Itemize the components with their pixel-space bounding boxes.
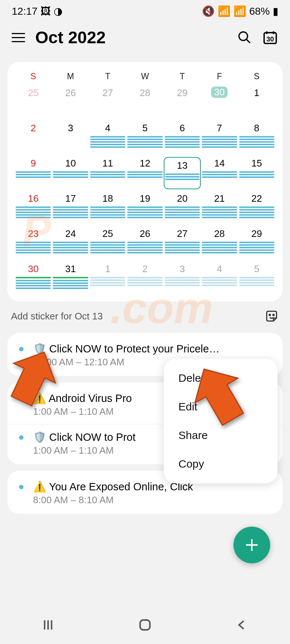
day-cell[interactable]: 25 (15, 87, 52, 119)
day-number: 22 (251, 192, 262, 205)
month-title[interactable]: Oct 2022 (35, 28, 227, 47)
day-cell[interactable]: 2 (126, 263, 163, 295)
day-cell[interactable]: 25 (89, 227, 126, 260)
day-cell[interactable]: 6 (164, 122, 201, 154)
day-cell[interactable]: 8 (238, 122, 275, 154)
day-number: 29 (251, 227, 262, 240)
day-number: 14 (214, 157, 225, 170)
day-number: 21 (214, 192, 225, 205)
event-indicator (16, 242, 51, 253)
day-cell[interactable]: 20 (164, 192, 201, 224)
add-sticker-row[interactable]: Add sticker for Oct 13 (0, 301, 290, 326)
day-number: 5 (142, 122, 148, 135)
clock-icon: ◑ (54, 5, 62, 17)
day-cell[interactable]: 5 (238, 263, 275, 295)
event-indicator (90, 171, 125, 178)
day-cell[interactable]: 7 (201, 122, 238, 154)
event-indicator (127, 171, 162, 178)
day-cell[interactable]: 29 (238, 227, 275, 260)
day-number: 11 (102, 157, 113, 170)
day-number: 1 (254, 87, 259, 99)
event-indicator (127, 242, 162, 253)
day-cell[interactable]: 15 (238, 157, 275, 189)
day-number: 17 (65, 192, 76, 205)
day-cell[interactable]: 26 (126, 227, 163, 260)
day-number: 6 (180, 122, 185, 135)
menu-copy[interactable]: Copy (164, 450, 278, 478)
day-cell[interactable]: 23 (15, 227, 52, 260)
search-icon[interactable] (237, 30, 252, 45)
day-number: 2 (142, 263, 148, 275)
day-cell[interactable]: 2 (15, 122, 52, 154)
day-cell[interactable]: 12 (126, 157, 163, 189)
day-cell[interactable]: 16 (15, 192, 52, 224)
weekday-label: M (52, 72, 89, 81)
event-indicator (239, 171, 274, 178)
day-cell[interactable]: 26 (52, 87, 89, 119)
weekday-label: T (89, 72, 126, 81)
day-cell[interactable]: 9 (15, 157, 52, 189)
day-cell[interactable]: 24 (52, 227, 89, 260)
day-number: 12 (140, 157, 151, 170)
day-cell[interactable]: 29 (164, 87, 201, 119)
event-indicator (90, 206, 125, 218)
day-number: 3 (68, 122, 73, 135)
day-cell[interactable]: 27 (89, 87, 126, 119)
day-cell[interactable]: 13 (164, 157, 201, 189)
day-cell[interactable]: 5 (126, 122, 163, 154)
sticker-icon[interactable] (264, 309, 279, 323)
day-cell[interactable]: 1 (238, 87, 275, 119)
event-time: 8:00 AM – 8:10 AM (33, 494, 272, 506)
day-cell[interactable]: 17 (52, 192, 89, 224)
day-cell[interactable]: 31 (52, 263, 89, 295)
day-number: 1 (105, 263, 110, 275)
day-cell[interactable]: 18 (89, 192, 126, 224)
day-number: 4 (105, 122, 110, 135)
day-number: 29 (177, 87, 188, 99)
battery-percent: 68% (249, 6, 270, 17)
day-cell[interactable]: 30 (201, 87, 238, 119)
add-sticker-label: Add sticker for Oct 13 (11, 311, 103, 322)
weekday-label: T (164, 72, 201, 81)
day-cell[interactable]: 3 (164, 263, 201, 295)
today-icon[interactable]: 30 (262, 29, 278, 45)
event-dot-icon (19, 435, 23, 440)
back-button[interactable] (235, 618, 249, 633)
event-indicator (90, 242, 125, 253)
event-indicator (127, 136, 162, 148)
wifi-icon: 📶 (218, 5, 231, 17)
day-number: 5 (254, 263, 259, 275)
day-cell[interactable]: 3 (52, 122, 89, 154)
status-bar: 12:17 🖼 ◑ 🔇 📶 📶 68% ▮ (0, 0, 290, 17)
day-cell[interactable]: 4 (89, 122, 126, 154)
day-cell[interactable]: 4 (201, 263, 238, 295)
day-number: 3 (180, 263, 185, 275)
recents-button[interactable] (41, 618, 55, 633)
day-cell[interactable]: 14 (201, 157, 238, 189)
event-indicator (239, 206, 274, 218)
event-indicator (165, 136, 200, 148)
day-cell[interactable]: 22 (238, 192, 275, 224)
menu-icon[interactable] (12, 33, 25, 42)
day-cell[interactable]: 19 (126, 192, 163, 224)
day-cell[interactable]: 28 (201, 227, 238, 260)
event-indicator (165, 173, 199, 180)
day-cell[interactable]: 11 (89, 157, 126, 189)
day-cell[interactable]: 27 (164, 227, 201, 260)
day-cell[interactable]: 28 (126, 87, 163, 119)
day-cell[interactable]: 21 (201, 192, 238, 224)
status-time: 12:17 (12, 6, 37, 17)
annotation-arrow-icon (188, 362, 250, 428)
event-indicator (239, 242, 274, 253)
event-indicator (90, 277, 125, 286)
add-event-button[interactable] (233, 527, 270, 563)
day-cell[interactable]: 30 (15, 263, 52, 295)
home-button[interactable] (138, 618, 152, 634)
day-cell[interactable]: 1 (89, 263, 126, 295)
event-indicator (127, 277, 162, 286)
day-cell[interactable]: 10 (52, 157, 89, 189)
event-indicator (127, 206, 162, 218)
day-number: 25 (102, 227, 113, 240)
system-nav-bar (0, 607, 290, 644)
event-indicator (165, 277, 200, 286)
